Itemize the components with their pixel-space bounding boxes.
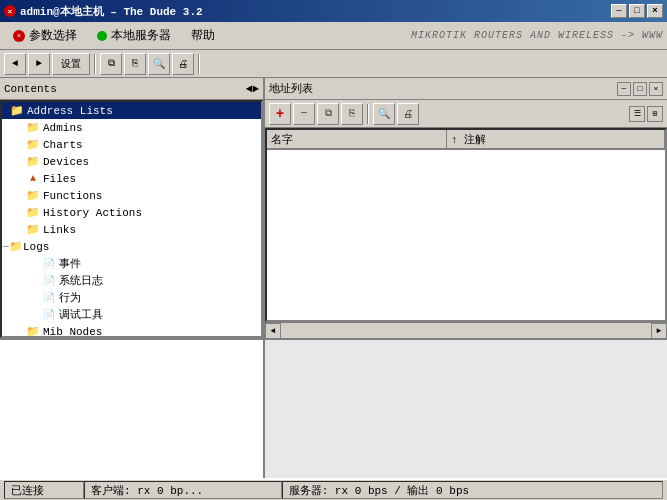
functions-icon: 📁 [26, 189, 40, 203]
tree-item-functions[interactable]: 📁Functions [2, 187, 261, 204]
tree-item-charts[interactable]: 📁Charts [2, 136, 261, 153]
behavior-label: 行为 [59, 290, 81, 305]
server-status: 服务器: rx 0 bps / 输出 0 bps [282, 481, 663, 499]
logs-icon: ─📁 [6, 240, 20, 254]
menu-params-label: 参数选择 [29, 27, 77, 44]
logs-label: Logs [23, 241, 49, 253]
right-panel: 地址列表 ─ □ × + ─ ⧉ ⎘ 🔍 🖨 ☰ ⊞ [265, 78, 667, 338]
admins-label: Admins [43, 122, 83, 134]
params-icon: × [13, 30, 25, 42]
brand-text: MIKROTIK ROUTERS AND WIRELESS -> WWW [411, 30, 663, 41]
tree-item-debug[interactable]: 📄调试工具 [2, 306, 261, 323]
remove-address-button[interactable]: ─ [293, 103, 315, 125]
add-address-button[interactable]: + [269, 103, 291, 125]
table-scroll[interactable] [267, 150, 665, 320]
menu-params[interactable]: × 参数选择 [4, 24, 86, 47]
title-label: admin@本地主机 – The Dude 3.2 [20, 4, 203, 19]
copy-address-button[interactable]: ⧉ [317, 103, 339, 125]
table-header: 名字 ↑ 注解 [267, 130, 665, 150]
menu-help-label: 帮助 [191, 27, 215, 44]
charts-icon: 📁 [26, 138, 40, 152]
tree-item-mib-nodes[interactable]: 📁Mib Nodes [2, 323, 261, 338]
client-status: 客户端: rx 0 bp... [84, 481, 282, 499]
graph-area [0, 338, 263, 478]
search-address-button[interactable]: 🔍 [373, 103, 395, 125]
debug-label: 调试工具 [59, 307, 103, 322]
menu-help[interactable]: 帮助 [182, 24, 224, 47]
right-panel-wrapper: 地址列表 ─ □ × + ─ ⧉ ⎘ 🔍 🖨 ☰ ⊞ [265, 78, 667, 478]
back-button[interactable]: ◄ [4, 53, 26, 75]
view-btn-2[interactable]: ⊞ [647, 106, 663, 122]
history-actions-label: History Actions [43, 207, 142, 219]
title-text: × admin@本地主机 – The Dude 3.2 [4, 4, 203, 19]
scroll-left-button[interactable]: ◄ [265, 323, 281, 339]
print-address-button[interactable]: 🖨 [397, 103, 419, 125]
main-area: Contents ◄► 📁Address Lists📁Admins📁Charts… [0, 78, 667, 478]
debug-icon: 📄 [42, 308, 56, 322]
contents-resize[interactable]: ◄► [246, 83, 259, 95]
tree-item-admins[interactable]: 📁Admins [2, 119, 261, 136]
menu-bar: × 参数选择 本地服务器 帮助 MIKROTIK ROUTERS AND WIR… [0, 22, 667, 50]
tree-item-files[interactable]: ▲Files [2, 170, 261, 187]
status-bar: 已连接 客户端: rx 0 bp... 服务器: rx 0 bps / 输出 0… [0, 478, 667, 500]
address-lists-label: Address Lists [27, 105, 113, 117]
minimize-button[interactable]: ─ [611, 4, 627, 18]
panel-close[interactable]: × [649, 82, 663, 96]
connection-status: 已连接 [4, 481, 84, 499]
right-bottom-area [265, 338, 667, 478]
tree-area[interactable]: 📁Address Lists📁Admins📁Charts📁Devices▲Fil… [0, 100, 263, 338]
close-button[interactable]: × [647, 4, 663, 18]
tree-item-logs[interactable]: ─📁Logs [2, 238, 261, 255]
addr-separator [367, 104, 369, 124]
table-area: 名字 ↑ 注解 [265, 128, 667, 322]
local-server-icon [97, 31, 107, 41]
paste-address-button[interactable]: ⎘ [341, 103, 363, 125]
admins-icon: 📁 [26, 121, 40, 135]
toolbar: ◄ ► 设置 ⧉ ⎘ 🔍 🖨 [0, 50, 667, 78]
functions-label: Functions [43, 190, 102, 202]
mib-nodes-icon: 📁 [26, 325, 40, 339]
syslog-icon: 📄 [42, 274, 56, 288]
col-note-header: ↑ 注解 [447, 130, 665, 148]
mib-nodes-label: Mib Nodes [43, 326, 102, 338]
menu-local-server[interactable]: 本地服务器 [88, 24, 180, 47]
address-toolbar: + ─ ⧉ ⎘ 🔍 🖨 ☰ ⊞ [265, 100, 667, 128]
toolbar-btn-2[interactable]: ⎘ [124, 53, 146, 75]
title-icon: × [4, 5, 16, 17]
panel-minimize[interactable]: ─ [617, 82, 631, 96]
tree-items-container: 📁Address Lists📁Admins📁Charts📁Devices▲Fil… [2, 102, 261, 338]
header-controls: ─ □ × [617, 82, 663, 96]
events-label: 事件 [59, 256, 81, 271]
behavior-icon: 📄 [42, 291, 56, 305]
links-icon: 📁 [26, 223, 40, 237]
scroll-track[interactable] [281, 323, 651, 338]
files-icon: ▲ [26, 172, 40, 186]
tree-item-events[interactable]: 📄事件 [2, 255, 261, 272]
col-name-header: 名字 [267, 130, 447, 148]
devices-icon: 📁 [26, 155, 40, 169]
window-controls: ─ □ × [611, 4, 663, 18]
files-label: Files [43, 173, 76, 185]
maximize-button[interactable]: □ [629, 4, 645, 18]
tree-item-behavior[interactable]: 📄行为 [2, 289, 261, 306]
toolbar-btn-1[interactable]: ⧉ [100, 53, 122, 75]
devices-label: Devices [43, 156, 89, 168]
forward-button[interactable]: ► [28, 53, 50, 75]
tree-item-history-actions[interactable]: 📁History Actions [2, 204, 261, 221]
panel-maximize[interactable]: □ [633, 82, 647, 96]
h-scrollbar[interactable]: ◄ ► [265, 322, 667, 338]
toolbar-btn-3[interactable]: 🔍 [148, 53, 170, 75]
tree-item-devices[interactable]: 📁Devices [2, 153, 261, 170]
toolbar-separator-2 [198, 54, 200, 74]
toolbar-btn-4[interactable]: 🖨 [172, 53, 194, 75]
contents-label: Contents [4, 83, 57, 95]
view-btn-1[interactable]: ☰ [629, 106, 645, 122]
tree-item-syslog[interactable]: 📄系统日志 [2, 272, 261, 289]
address-list-title: 地址列表 [269, 81, 313, 96]
charts-label: Charts [43, 139, 83, 151]
tree-item-links[interactable]: 📁Links [2, 221, 261, 238]
left-panel: Contents ◄► 📁Address Lists📁Admins📁Charts… [0, 78, 265, 478]
scroll-right-button[interactable]: ► [651, 323, 667, 339]
settings-button[interactable]: 设置 [52, 53, 90, 75]
tree-item-address-lists[interactable]: 📁Address Lists [2, 102, 261, 119]
